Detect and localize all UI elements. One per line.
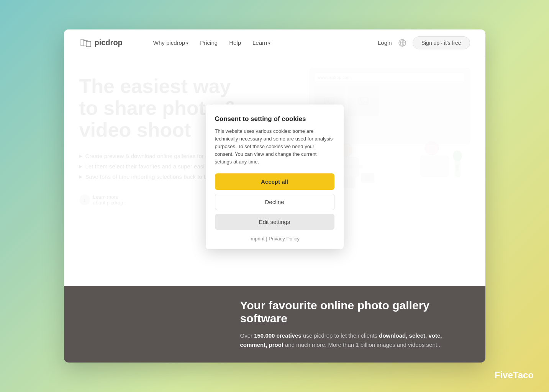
body-start: Over <box>240 332 254 339</box>
svg-rect-2 <box>86 41 91 47</box>
nav-item-pricing[interactable]: Pricing <box>200 39 218 46</box>
browser-window: picdrop Why picdrop Pricing Help Learn L… <box>64 29 485 363</box>
logo-icon <box>79 37 92 49</box>
logo-text: picdrop <box>95 38 123 47</box>
navbar: picdrop Why picdrop Pricing Help Learn L… <box>64 29 485 56</box>
imprint-link[interactable]: Imprint <box>249 236 265 242</box>
main-content: The easiest way to share photo & video s… <box>64 56 485 286</box>
bottom-body: Over 150.000 creatives use picdrop to le… <box>240 331 470 350</box>
nav-actions: Login Sign up · it's free <box>378 36 470 49</box>
privacy-policy-link[interactable]: Privacy Policy <box>269 236 300 242</box>
decline-button[interactable]: Decline <box>215 194 334 210</box>
nav-item-learn[interactable]: Learn <box>252 39 270 46</box>
nav-link-learn[interactable]: Learn <box>252 39 270 46</box>
body-end: and much more. More than 1 billion image… <box>284 341 442 348</box>
logo[interactable]: picdrop <box>79 37 123 49</box>
footer-separator: | <box>265 236 269 242</box>
bottom-text: Your favourite online photo gallery soft… <box>240 299 470 350</box>
cookie-modal: Consent to setting of cookies This websi… <box>206 105 344 250</box>
accept-all-button[interactable]: Accept all <box>215 173 334 190</box>
nav-link-why[interactable]: Why picdrop <box>153 39 188 46</box>
globe-icon <box>398 39 406 47</box>
cookie-footer: Imprint | Privacy Policy <box>215 236 334 242</box>
body-mid: use picdrop to let their clients <box>302 332 379 339</box>
login-link[interactable]: Login <box>378 39 392 46</box>
signup-button[interactable]: Sign up · it's free <box>413 36 470 49</box>
edit-settings-button[interactable]: Edit settings <box>215 214 334 230</box>
bottom-section: Your favourite online photo gallery soft… <box>64 286 485 363</box>
cookie-modal-overlay: Consent to setting of cookies This websi… <box>64 56 485 286</box>
nav-links: Why picdrop Pricing Help Learn <box>153 39 271 46</box>
nav-item-help[interactable]: Help <box>229 39 241 46</box>
nav-item-why[interactable]: Why picdrop <box>153 39 188 46</box>
nav-link-help[interactable]: Help <box>229 39 241 46</box>
cookie-modal-title: Consent to setting of cookies <box>215 115 334 123</box>
nav-link-pricing[interactable]: Pricing <box>200 39 218 46</box>
bottom-title: Your favourite online photo gallery soft… <box>240 299 470 325</box>
body-bold1: 150.000 creatives <box>254 332 301 339</box>
watermark: FiveTaco <box>495 370 534 381</box>
cookie-modal-body: This website uses various cookies: some … <box>215 127 334 166</box>
